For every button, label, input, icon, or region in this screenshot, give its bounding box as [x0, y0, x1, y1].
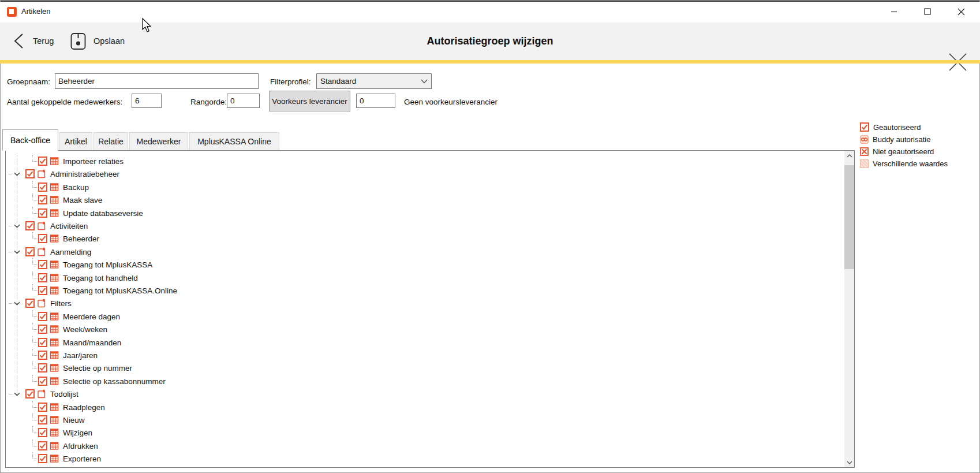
checkbox-checked-icon[interactable]	[38, 351, 47, 360]
rangorde-input[interactable]	[227, 94, 260, 108]
voorkeurs-leverancier-button[interactable]: Voorkeurs leverancier	[269, 91, 350, 111]
chevron-down-icon[interactable]	[14, 301, 20, 306]
save-button[interactable]: Opslaan	[70, 28, 125, 54]
scroll-thumb[interactable]	[844, 165, 854, 269]
checkbox-checked-icon[interactable]	[25, 169, 35, 178]
maximize-button[interactable]	[914, 2, 941, 21]
tree-guide	[32, 284, 38, 291]
checkbox-checked-icon[interactable]	[38, 234, 47, 243]
checkbox-checked-icon[interactable]	[38, 441, 47, 450]
voorkeurs-input[interactable]	[356, 94, 395, 108]
tree-row[interactable]: Importeer relaties	[38, 155, 124, 167]
authorization-tree: Importeer relatiesAdministratiebeheerBac…	[6, 151, 844, 467]
tab-relatie[interactable]: Relatie	[93, 132, 128, 151]
tab-artikel[interactable]: Artikel	[59, 132, 92, 151]
legend-label: Verschillende waardes	[873, 159, 948, 168]
checkbox-checked-icon[interactable]	[38, 273, 47, 282]
tree-row[interactable]: Raadplegen	[38, 401, 105, 414]
checkbox-checked-icon[interactable]	[38, 157, 47, 166]
checkbox-checked-icon[interactable]	[38, 454, 47, 463]
close-button[interactable]	[948, 2, 974, 21]
tree-guide	[17, 155, 17, 394]
tab-mpluskassa-online[interactable]: MplusKASSA Online	[189, 132, 279, 151]
checkbox-checked-icon[interactable]	[38, 286, 47, 295]
checkbox-checked-icon[interactable]	[25, 247, 35, 256]
tree-row[interactable]: Selectie op nummer	[38, 362, 132, 374]
table-icon	[50, 441, 59, 450]
checkbox-checked-icon[interactable]	[38, 312, 47, 321]
tree-row[interactable]: Activiteiten	[14, 219, 88, 232]
tree-row[interactable]: Afdrukken	[38, 440, 98, 452]
tree-row[interactable]: Exporteren	[38, 452, 101, 465]
legend-item: Verschillende waardes	[860, 158, 948, 169]
groepnaam-input[interactable]	[55, 73, 259, 89]
tab-medewerker[interactable]: Medewerker	[129, 132, 188, 151]
tree-item-label: Beheerder	[63, 234, 99, 243]
chevron-down-icon[interactable]	[14, 172, 20, 176]
scroll-down-button[interactable]	[844, 457, 854, 467]
tree-guide	[32, 401, 38, 408]
tree-row[interactable]: Toegang tot MplusKASSA	[38, 258, 152, 271]
checkbox-checked-icon[interactable]	[38, 195, 47, 204]
checkbox-checked-icon[interactable]	[38, 403, 47, 412]
chevron-down-icon[interactable]	[14, 392, 20, 396]
checkbox-checked-icon[interactable]	[38, 415, 47, 424]
tree-guide	[32, 440, 38, 446]
tree-row[interactable]: Maand/maanden	[38, 336, 121, 349]
chevron-down-icon[interactable]	[14, 250, 20, 254]
tree-guide	[32, 452, 38, 459]
chevron-down-icon	[421, 79, 428, 84]
tree-guide	[32, 181, 38, 188]
tree-item-label: Nieuw	[63, 416, 85, 424]
tree-row[interactable]: Nieuw	[38, 414, 85, 426]
tree-row[interactable]: Wijzigen	[38, 426, 92, 439]
tree-guide	[32, 232, 38, 239]
tree-row[interactable]: Beheerder	[38, 232, 99, 245]
form-icon	[37, 299, 46, 308]
tree-row[interactable]: Toegang tot MplusKASSA.Online	[38, 284, 177, 297]
chevron-down-icon[interactable]	[14, 224, 20, 228]
back-button[interactable]: Terug	[14, 29, 54, 53]
maximize-icon	[924, 8, 931, 15]
tree-row[interactable]: Todolijst	[14, 388, 78, 400]
form-icon	[37, 247, 46, 256]
tree-row[interactable]: Maak slave	[38, 193, 102, 206]
mixed-values-icon	[860, 159, 869, 168]
groepnaam-label: Groepnaam:	[7, 77, 50, 86]
scroll-up-button[interactable]	[844, 151, 854, 161]
aantal-input[interactable]	[132, 94, 162, 108]
tree-item-label: Importeer relaties	[63, 157, 124, 166]
checkbox-checked-icon[interactable]	[38, 260, 47, 269]
table-icon	[50, 415, 59, 424]
tree-row[interactable]: Backup	[38, 181, 89, 193]
tree-item-label: Toegang tot MplusKASSA	[63, 260, 152, 269]
checkbox-checked-icon[interactable]	[38, 183, 47, 192]
tree-row[interactable]: Selectie op kassabonnummer	[38, 375, 166, 388]
tab-back-office[interactable]: Back-office	[2, 129, 58, 151]
filterprofiel-select[interactable]: Standaard	[316, 73, 432, 89]
checkbox-checked-icon[interactable]	[38, 338, 47, 347]
checkbox-checked-icon[interactable]	[25, 389, 35, 398]
minimize-button[interactable]	[881, 2, 907, 21]
checkbox-checked-icon[interactable]	[38, 325, 47, 334]
checkbox-checked-icon[interactable]	[25, 221, 35, 230]
tree-row[interactable]: Aanmelding	[14, 245, 91, 258]
checkbox-checked-icon[interactable]	[38, 428, 47, 437]
checkbox-checked-icon[interactable]	[25, 299, 35, 308]
checkbox-checked-icon	[860, 122, 869, 132]
tree-row[interactable]: Administratiebeheer	[14, 167, 119, 180]
tree-item-label: Afdrukken	[63, 442, 98, 450]
tree-row[interactable]: Jaar/jaren	[38, 349, 98, 362]
checkbox-checked-icon[interactable]	[38, 208, 47, 218]
table-icon	[50, 428, 59, 437]
tree-row[interactable]: Toegang tot handheld	[38, 271, 138, 284]
vertical-scrollbar[interactable]	[844, 151, 854, 467]
tree-row[interactable]: Update databaseversie	[38, 207, 143, 219]
tree-row[interactable]: Meerdere dagen	[38, 310, 120, 323]
aantal-label: Aantal gekoppelde medewerkers:	[7, 98, 122, 106]
checkbox-checked-icon[interactable]	[38, 363, 47, 373]
back-chevron-icon	[14, 33, 24, 49]
tree-row[interactable]: Week/weken	[38, 323, 107, 336]
tree-row[interactable]: Filters	[14, 297, 72, 310]
checkbox-checked-icon[interactable]	[38, 377, 47, 386]
